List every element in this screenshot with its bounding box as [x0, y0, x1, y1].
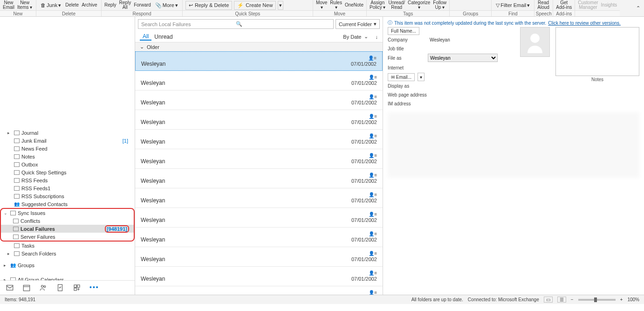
search-scope-dropdown[interactable]: Current Folder▾	[336, 19, 380, 29]
notes-textarea[interactable]	[555, 27, 639, 76]
delete-button[interactable]: Delete	[65, 3, 79, 7]
arrow-down-icon: ↓	[376, 34, 378, 40]
get-addins-button[interactable]: GetAdd-ins	[556, 0, 572, 10]
sidebar-item-rss1[interactable]: RSS Feeds1	[0, 184, 135, 192]
svg-rect-7	[77, 285, 80, 287]
list-item[interactable]: 👤≡Wesleyan07/01/2002	[135, 286, 383, 295]
sidebar-item-tasks[interactable]: Tasks	[0, 242, 135, 249]
forward-button[interactable]: Forward	[134, 3, 151, 7]
sidebar-item-rss[interactable]: RSS Feeds	[0, 176, 135, 184]
new-items-button[interactable]: NewItems ▾	[17, 0, 32, 10]
sidebar-item-sync-issues[interactable]: ⌄Sync Issues	[1, 209, 134, 217]
contact-icon: 👤≡	[369, 133, 377, 138]
sidebar-item-groups[interactable]: ▸👥Groups	[0, 261, 135, 269]
archive-button[interactable]: Archive	[82, 3, 97, 7]
junk-button[interactable]: 🗑 Junk ▾	[39, 2, 62, 9]
view-reading-button[interactable]: ☰	[557, 297, 566, 303]
group-delete-label: Delete	[36, 10, 101, 16]
onenote-button[interactable]: OneNote	[345, 3, 363, 7]
tab-unread[interactable]: Unread	[151, 34, 175, 40]
list-item[interactable]: 👤≡Wesleyan07/01/2002	[135, 51, 383, 71]
sidebar-item-journal[interactable]: ▸Journal	[0, 129, 135, 137]
review-versions-link[interactable]: Click here to review other versions.	[548, 21, 621, 26]
new-email-button[interactable]: NewEmail	[3, 0, 14, 10]
email-button[interactable]: ✉ Email...	[388, 73, 415, 81]
sidebar-item-junk[interactable]: Junk Email[1]	[0, 137, 135, 145]
svg-rect-8	[74, 288, 76, 290]
list-item[interactable]: 👤≡Wesleyan07/01/2002	[135, 110, 383, 130]
sidebar-item-outbox[interactable]: Outbox	[0, 160, 135, 168]
sidebar-item-conflicts[interactable]: Conflicts	[1, 217, 134, 225]
followup-button[interactable]: FollowUp ▾	[433, 0, 446, 10]
sort-button[interactable]: By Date ⌄ ↓	[343, 34, 378, 40]
list-item[interactable]: 👤≡Wesleyan07/01/2002	[135, 71, 383, 90]
create-new-quickstep[interactable]: ⚡ Create New	[234, 1, 276, 10]
contact-icon: 👤≡	[369, 290, 377, 295]
notes-label: Notes	[555, 76, 639, 82]
list-item[interactable]: 👤≡Wesleyan07/01/2002	[135, 247, 383, 267]
sidebar-item-rss-subs[interactable]: RSS Subscriptions	[0, 192, 135, 200]
quickstep-dropdown[interactable]: ▾	[278, 1, 283, 10]
list-item[interactable]: 👤≡Wesleyan07/01/2002	[135, 228, 383, 247]
assign-policy-button[interactable]: AssignPolicy ▾	[370, 0, 385, 10]
email-dropdown[interactable]: ▾	[418, 73, 425, 81]
more-respond-button[interactable]: 📎 More ▾	[154, 2, 179, 9]
rules-button[interactable]: Rules▾	[330, 0, 342, 10]
list-item[interactable]: 👤≡Wesleyan07/01/2002	[135, 149, 383, 169]
list-item[interactable]: 👤≡Wesleyan07/01/2002	[135, 169, 383, 188]
info-icon: ⓘ	[388, 20, 392, 26]
zoom-in-button[interactable]: +	[620, 297, 623, 302]
svg-point-11	[530, 34, 540, 43]
full-name-button[interactable]: Full Name...	[388, 27, 419, 35]
sidebar-item-quickstep-settings[interactable]: Quick Step Settings	[0, 168, 135, 176]
move-button[interactable]: Move▾	[316, 0, 327, 10]
svg-point-4	[44, 286, 46, 288]
list-item[interactable]: 👤≡Wesleyan07/01/2002	[135, 90, 383, 110]
search-input[interactable]: Search Local Failures 🔍	[138, 19, 334, 29]
chevron-up-icon: ⌃	[636, 5, 640, 11]
nav-tasks-icon[interactable]	[56, 283, 64, 292]
sidebar-item-search-folders[interactable]: ▸Search Folders	[0, 249, 135, 257]
contact-icon: 👤≡	[369, 114, 377, 119]
nav-more-icon[interactable]: •••	[89, 283, 99, 292]
nav-people-icon[interactable]	[39, 283, 48, 292]
reply-button[interactable]: Reply	[104, 3, 116, 7]
sidebar-item-notes[interactable]: Notes	[0, 152, 135, 160]
zoom-out-button[interactable]: −	[571, 297, 574, 302]
webpage-label: Web page address	[388, 92, 434, 97]
sidebar-item-newsfeed[interactable]: News Feed	[0, 145, 135, 152]
nav-calendar-icon[interactable]	[22, 283, 31, 292]
list-item[interactable]: 👤≡Wesleyan07/01/2002	[135, 130, 383, 149]
collapse-ribbon-button[interactable]: ⌃	[632, 0, 644, 16]
group-header-older[interactable]: ⌄Older	[135, 42, 383, 51]
nav-addins-icon[interactable]	[73, 283, 81, 292]
fileas-select[interactable]: Wesleyan	[428, 54, 498, 62]
folder-sidebar: ▸Journal Junk Email[1] News Feed Notes O…	[0, 17, 135, 295]
sidebar-item-local-failures[interactable]: Local Failures[948191]	[1, 225, 134, 233]
svg-rect-0	[7, 285, 13, 290]
insights-button[interactable]: Insights	[601, 3, 617, 7]
sidebar-item-suggested[interactable]: 👥Suggested Contacts	[0, 200, 135, 208]
sidebar-item-group-calendars[interactable]: ▸All Group Calendars	[0, 276, 135, 280]
reply-all-button[interactable]: ReplyAll	[119, 0, 131, 10]
contact-avatar[interactable]	[520, 27, 550, 57]
filter-email-button[interactable]: ▽ Filter Email ▾	[494, 2, 531, 9]
view-normal-button[interactable]: ▭	[544, 297, 553, 303]
jobtitle-label: Job title	[388, 46, 425, 51]
zoom-slider[interactable]	[578, 299, 616, 301]
list-item[interactable]: 👤≡Wesleyan07/01/2002	[135, 188, 383, 208]
read-aloud-button[interactable]: ReadAloud	[537, 0, 549, 10]
categorize-button[interactable]: Categorize▾	[408, 0, 430, 10]
company-value: Wesleyan	[430, 37, 450, 42]
reply-delete-quickstep[interactable]: ↩ Reply & Delete	[185, 1, 232, 10]
message-list-pane: Search Local Failures 🔍 Current Folder▾ …	[135, 17, 383, 295]
customer-manager-button[interactable]: CustomerManager	[578, 0, 598, 10]
unread-read-button[interactable]: Unread/Read	[388, 0, 405, 10]
nav-mail-icon[interactable]	[6, 283, 14, 292]
sync-issues-highlight: ⌄Sync Issues Conflicts Local Failures[94…	[0, 208, 135, 242]
tab-all[interactable]: All	[140, 33, 151, 41]
list-item[interactable]: 👤≡Wesleyan07/01/2002	[135, 267, 383, 286]
group-addins-label: Add-ins	[553, 10, 575, 16]
sidebar-item-server-failures[interactable]: Server Failures	[1, 233, 134, 241]
list-item[interactable]: 👤≡Wesleyan07/01/2002	[135, 208, 383, 228]
